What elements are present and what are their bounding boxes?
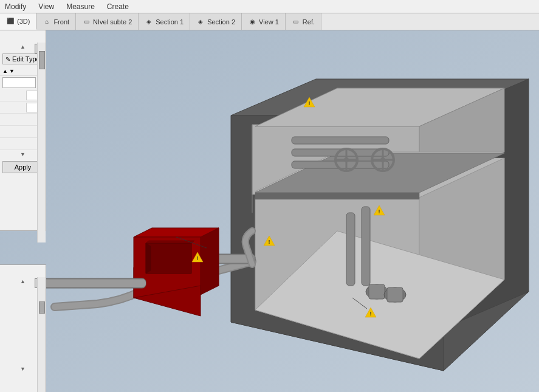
svg-point-26 (380, 157, 385, 162)
section1-icon: ◈ (145, 18, 153, 26)
tab-section1[interactable]: ◈ Section 1 (139, 13, 190, 30)
scroll-thumb[interactable] (39, 51, 45, 69)
left-panel-top: × ▲ ✎ Edit Type ▲ ▼ (0, 30, 46, 231)
svg-text:!: ! (197, 255, 199, 261)
tab-3d-label: (3D) (17, 18, 30, 25)
svg-marker-39 (146, 243, 191, 273)
vertical-scrollbar[interactable] (37, 43, 46, 242)
tab-section2[interactable]: ◈ Section 2 (190, 13, 242, 30)
tab-view1[interactable]: ◉ View 1 (242, 13, 286, 30)
tab-bar: ⬛ (3D) ⌂ Front ▭ NIvel subte 2 ◈ Section… (0, 13, 539, 30)
tab-ref-label: Ref. (303, 18, 315, 26)
bottom-scroll-thumb[interactable] (39, 301, 45, 314)
viewport[interactable]: ! ! ! ! ! (0, 30, 539, 392)
up-arrow-icon-2: ▲ (20, 278, 26, 284)
svg-text:!: ! (379, 208, 380, 215)
menu-bar: Modify View Measure Create (0, 0, 539, 13)
svg-rect-32 (387, 287, 403, 302)
svg-point-22 (344, 157, 349, 162)
edit-icon: ✎ (5, 56, 10, 63)
collapse-up-icon[interactable]: ▲ (2, 68, 8, 74)
up-arrow-icon: ▲ (20, 44, 26, 50)
collapse-down-icon[interactable]: ▼ (9, 68, 15, 74)
down-arrow-icon: ▼ (20, 151, 26, 157)
svg-text:!: ! (309, 100, 311, 106)
tab-front-label: Front (53, 18, 69, 26)
tab-section2-label: Section 2 (207, 18, 235, 26)
cube-icon: ⬛ (6, 17, 15, 26)
svg-rect-27 (346, 213, 355, 286)
plan-icon: ▭ (82, 18, 91, 26)
tab-view1-label: View 1 (259, 18, 279, 26)
svg-text:!: ! (269, 239, 270, 245)
down-arrow-icon-2: ▼ (20, 366, 26, 372)
svg-marker-15 (255, 193, 419, 199)
tab-nivel-label: NIvel subte 2 (93, 18, 132, 26)
menu-item-measure[interactable]: Measure (66, 2, 95, 11)
tab-front[interactable]: ⌂ Front (36, 13, 76, 30)
property-input-1[interactable] (2, 77, 36, 88)
left-panel-bottom: × ▲ ▼ ▶ (0, 264, 46, 392)
svg-rect-28 (362, 207, 370, 286)
menu-item-modify[interactable]: Modify (5, 2, 26, 11)
bottom-vertical-scrollbar[interactable] (37, 277, 46, 392)
svg-text:!: ! (370, 311, 372, 317)
menu-item-create[interactable]: Create (107, 2, 129, 11)
tab-ref[interactable]: ▭ Ref. (286, 13, 321, 30)
ref-icon: ▭ (292, 18, 300, 26)
section2-icon: ◈ (196, 18, 205, 26)
svg-marker-36 (201, 228, 219, 295)
3d-scene: ! ! ! ! ! (0, 30, 539, 392)
tab-section1-label: Section 1 (156, 18, 184, 26)
svg-marker-40 (146, 243, 151, 273)
tab-3d[interactable]: ⬛ (3D) (0, 13, 36, 30)
house-icon: ⌂ (43, 18, 51, 26)
svg-rect-30 (369, 284, 385, 299)
menu-item-view[interactable]: View (38, 2, 54, 11)
tab-nivel[interactable]: ▭ NIvel subte 2 (76, 13, 139, 30)
svg-rect-16 (292, 137, 389, 144)
view1-icon: ◉ (248, 18, 256, 26)
edit-type-label: Edit Type (12, 55, 40, 63)
